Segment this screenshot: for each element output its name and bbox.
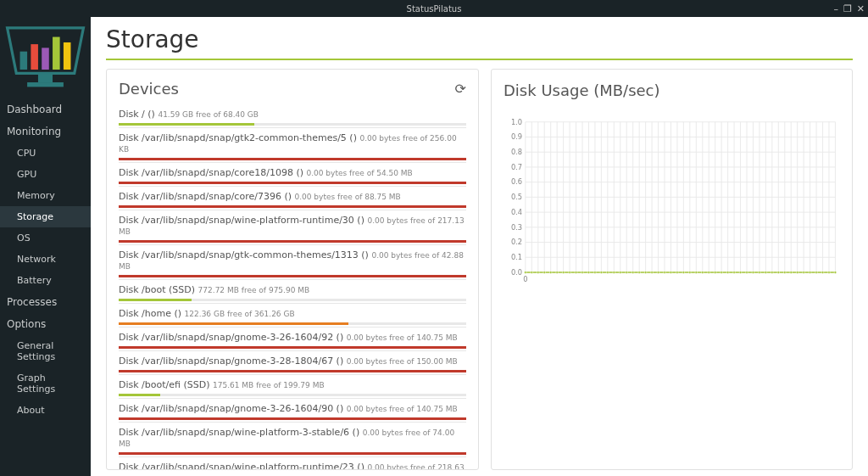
- svg-point-97: [626, 272, 628, 274]
- device-bytes: 0.00 bytes free of 140.75 MB: [347, 333, 458, 342]
- device-bytes: 0.00 bytes free of 140.75 MB: [347, 405, 458, 413]
- title-underline: [106, 59, 853, 60]
- sidebar-item-monitoring[interactable]: Monitoring: [0, 120, 91, 143]
- svg-text:0.7: 0.7: [511, 163, 522, 171]
- device-label: Disk /var/lib/snapd/snap/core18/1098 (): [119, 167, 306, 178]
- svg-rect-2: [31, 44, 38, 70]
- svg-point-120: [771, 272, 773, 274]
- sidebar-item-options[interactable]: Options: [0, 313, 91, 335]
- svg-point-119: [765, 272, 767, 274]
- sidebar-item-network[interactable]: Network: [0, 249, 91, 270]
- refresh-icon[interactable]: ⟳: [455, 81, 466, 97]
- svg-point-96: [619, 272, 621, 274]
- svg-text:0.8: 0.8: [511, 148, 522, 156]
- sidebar-item-memory[interactable]: Memory: [0, 185, 91, 206]
- device-label: Disk /var/lib/snapd/snap/gtk-common-them…: [119, 249, 371, 260]
- sidebar-item-battery[interactable]: Battery: [0, 270, 91, 291]
- sidebar-item-label: Dashboard: [7, 104, 62, 115]
- device-usage-fill: [119, 205, 466, 208]
- device-usage-fill: [119, 322, 348, 325]
- svg-point-124: [796, 272, 798, 274]
- sidebar-item-label: Monitoring: [7, 126, 61, 137]
- device-usage-fill: [119, 123, 254, 126]
- svg-text:0.9: 0.9: [511, 132, 522, 141]
- svg-point-84: [543, 272, 546, 274]
- device-usage-fill: [119, 158, 466, 160]
- window-minimize-button[interactable]: –: [833, 3, 838, 14]
- device-list[interactable]: Disk / () 41.59 GB free of 68.40 GBDisk …: [107, 104, 478, 469]
- device-row: Disk /var/lib/snapd/snap/wine-platform-3…: [119, 422, 466, 456]
- device-usage-fill: [119, 240, 466, 243]
- sidebar-item-cpu[interactable]: CPU: [0, 143, 91, 164]
- device-bytes: 0.00 bytes free of 54.50 MB: [306, 169, 412, 177]
- device-row: Disk /var/lib/snapd/snap/gtk2-common-the…: [119, 127, 466, 162]
- svg-text:0.4: 0.4: [511, 208, 522, 216]
- sidebar-item-dashboard[interactable]: Dashboard: [0, 98, 91, 120]
- sidebar-nav: DashboardMonitoringCPUGPUMemoryStorageOS…: [0, 98, 91, 421]
- device-row: Disk /var/lib/snapd/snap/gtk-common-them…: [119, 244, 466, 279]
- device-usage-bar: [119, 240, 466, 243]
- device-usage-bar: [119, 123, 466, 126]
- svg-point-105: [676, 272, 679, 274]
- svg-point-103: [664, 272, 666, 274]
- device-row: Disk /var/lib/snapd/snap/wine-platform-r…: [119, 456, 466, 469]
- device-bytes: 0.00 bytes free of 88.75 MB: [294, 193, 400, 201]
- svg-point-127: [815, 272, 818, 274]
- svg-text:1.0: 1.0: [511, 118, 522, 126]
- svg-point-90: [581, 272, 584, 274]
- svg-point-95: [613, 272, 615, 274]
- sidebar-item-processes[interactable]: Processes: [0, 291, 91, 313]
- device-usage-fill: [119, 417, 466, 420]
- sidebar-item-gpu[interactable]: GPU: [0, 164, 91, 185]
- window-close-button[interactable]: ✕: [857, 3, 865, 14]
- svg-point-81: [524, 272, 526, 274]
- svg-text:0.1: 0.1: [511, 253, 522, 261]
- device-label: Disk / (): [119, 109, 158, 120]
- device-row: Disk / () 41.59 GB free of 68.40 GB: [119, 104, 466, 127]
- device-row: Disk /var/lib/snapd/snap/wine-platform-r…: [119, 210, 466, 244]
- device-bytes: 772.72 MB free of 975.90 MB: [198, 286, 310, 294]
- chart-title: Disk Usage (MB/sec): [504, 81, 840, 99]
- sidebar-item-label: Processes: [7, 296, 57, 308]
- window-maximize-button[interactable]: ❐: [843, 3, 852, 14]
- device-label: Disk /boot/efi (SSD): [119, 379, 213, 390]
- device-label: Disk /var/lib/snapd/snap/core/7396 (): [119, 191, 294, 202]
- disk-usage-card: Disk Usage (MB/sec) 0.00.10.20.30.40.50.…: [491, 69, 853, 470]
- sidebar-item-os[interactable]: OS: [0, 227, 91, 249]
- device-bytes: 175.61 MB free of 199.79 MB: [213, 381, 325, 389]
- svg-point-89: [575, 272, 577, 274]
- svg-point-94: [606, 272, 609, 274]
- device-usage-bar: [119, 275, 466, 277]
- device-row: Disk /var/lib/snapd/snap/gnome-3-28-1804…: [119, 350, 466, 374]
- device-usage-bar: [119, 452, 466, 455]
- disk-usage-chart: 0.00.10.20.30.40.50.60.70.80.91.00: [504, 108, 840, 294]
- svg-point-113: [726, 272, 729, 274]
- sidebar-item-general-settings[interactable]: General Settings: [0, 335, 91, 367]
- svg-text:0.3: 0.3: [511, 223, 522, 232]
- svg-point-100: [644, 272, 647, 274]
- svg-rect-1: [20, 52, 28, 70]
- device-usage-bar: [119, 370, 466, 372]
- sidebar-item-about[interactable]: About: [0, 400, 91, 421]
- device-bytes: 122.36 GB free of 361.26 GB: [185, 310, 295, 318]
- device-usage-bar: [119, 394, 466, 396]
- svg-point-91: [587, 272, 590, 274]
- sidebar-item-storage[interactable]: Storage: [0, 206, 91, 227]
- svg-point-121: [777, 272, 780, 274]
- svg-point-99: [638, 272, 641, 274]
- app-logo: [0, 17, 91, 98]
- sidebar-item-label: OS: [17, 232, 31, 244]
- device-usage-fill: [119, 370, 466, 372]
- window-title: StatusPilatus: [407, 4, 462, 14]
- device-usage-bar: [119, 158, 466, 160]
- device-bytes: 41.59 GB free of 68.40 GB: [158, 110, 259, 119]
- window-titlebar: StatusPilatus – ❐ ✕: [0, 0, 868, 17]
- sidebar-item-label: CPU: [17, 148, 36, 159]
- svg-rect-6: [38, 73, 53, 82]
- device-bytes: 0.00 bytes free of 150.00 MB: [347, 357, 458, 366]
- svg-point-126: [809, 272, 811, 274]
- device-usage-bar: [119, 346, 466, 349]
- main-content: Storage Devices ⟳ Disk / () 41.59 GB fre…: [91, 17, 868, 476]
- sidebar-item-graph-settings[interactable]: Graph Settings: [0, 367, 91, 400]
- device-usage-bar: [119, 417, 466, 420]
